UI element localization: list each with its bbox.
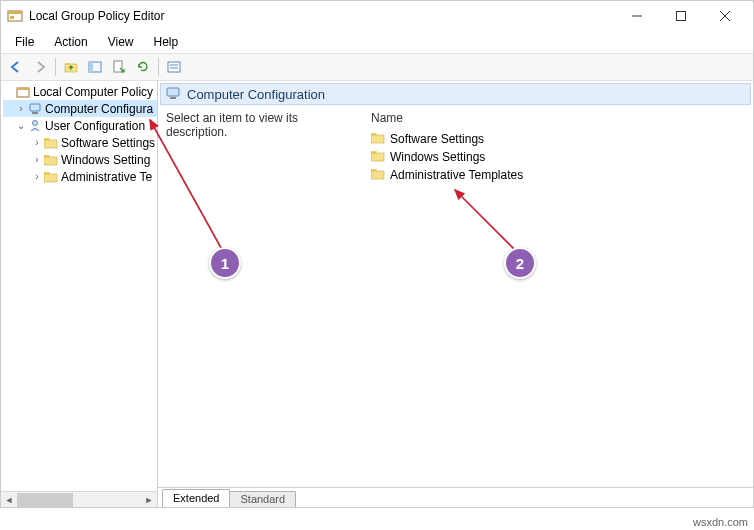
up-button[interactable] xyxy=(60,56,82,78)
tree-software-settings[interactable]: › Software Settings xyxy=(3,134,157,151)
expander-icon[interactable]: › xyxy=(31,154,43,165)
annotation-badge-2: 2 xyxy=(504,247,536,279)
svg-rect-10 xyxy=(89,62,93,72)
tree-label: Windows Setting xyxy=(61,153,150,167)
svg-marker-28 xyxy=(371,133,377,135)
tree-administrative-templates[interactable]: › Administrative Te xyxy=(3,168,157,185)
svg-rect-27 xyxy=(170,97,176,99)
column-header-name[interactable]: Name xyxy=(371,111,745,130)
list-item-label: Windows Settings xyxy=(390,150,485,164)
back-button[interactable] xyxy=(5,56,27,78)
menu-action[interactable]: Action xyxy=(44,33,97,51)
app-icon xyxy=(7,8,23,24)
toolbar-separator xyxy=(55,58,56,76)
toolbar-separator xyxy=(158,58,159,76)
tree-computer-configuration[interactable]: › Computer Configura xyxy=(3,100,157,117)
tree-label: Software Settings xyxy=(61,136,155,150)
folder-icon xyxy=(371,150,387,164)
svg-rect-2 xyxy=(10,16,14,19)
window-frame: Local Group Policy Editor File Action Vi… xyxy=(0,0,754,508)
tree-pane: › Local Computer Policy › Computer Confi… xyxy=(1,81,158,507)
tree-root[interactable]: › Local Computer Policy xyxy=(3,83,157,100)
svg-marker-32 xyxy=(371,169,377,171)
svg-marker-30 xyxy=(371,151,377,153)
window-controls xyxy=(615,1,747,31)
svg-rect-16 xyxy=(17,88,29,90)
svg-point-19 xyxy=(33,120,38,125)
details-header-text: Computer Configuration xyxy=(187,87,325,102)
scroll-thumb[interactable] xyxy=(17,493,73,507)
tree-label: Computer Configura xyxy=(45,102,153,116)
tree-label: User Configuration xyxy=(45,119,145,133)
expander-icon[interactable]: › xyxy=(31,137,43,148)
scroll-right-icon[interactable]: ► xyxy=(141,493,157,507)
details-tabs: Extended Standard xyxy=(158,487,753,507)
list-item-software-settings[interactable]: Software Settings xyxy=(371,130,745,148)
folder-icon xyxy=(43,136,59,150)
body-area: › Local Computer Policy › Computer Confi… xyxy=(1,81,753,507)
tab-standard[interactable]: Standard xyxy=(229,491,296,507)
svg-marker-24 xyxy=(44,172,50,174)
computer-icon xyxy=(165,86,181,102)
tree-label: Administrative Te xyxy=(61,170,152,184)
svg-rect-11 xyxy=(114,61,122,72)
tree-hscrollbar[interactable]: ◄ ► xyxy=(1,491,157,507)
details-header: Computer Configuration xyxy=(160,83,751,105)
toolbar xyxy=(1,53,753,81)
svg-rect-17 xyxy=(30,104,40,111)
menu-view[interactable]: View xyxy=(98,33,144,51)
menu-help[interactable]: Help xyxy=(144,33,189,51)
list-item-administrative-templates[interactable]: Administrative Templates xyxy=(371,166,745,184)
svg-marker-22 xyxy=(44,155,50,157)
details-body: Select an item to view its description. … xyxy=(158,107,753,487)
svg-marker-20 xyxy=(44,138,50,140)
description-text: Select an item to view its description. xyxy=(166,111,298,139)
svg-rect-33 xyxy=(371,171,384,179)
details-pane: Computer Configuration Select an item to… xyxy=(158,81,753,507)
menubar: File Action View Help xyxy=(1,31,753,53)
menu-file[interactable]: File xyxy=(5,33,44,51)
annotation-badge-1: 1 xyxy=(209,247,241,279)
tree: › Local Computer Policy › Computer Confi… xyxy=(1,81,157,185)
description-column: Select an item to view its description. xyxy=(166,111,371,483)
tree-user-configuration[interactable]: ⌄ User Configuration xyxy=(3,117,157,134)
titlebar: Local Group Policy Editor xyxy=(1,1,753,31)
filter-button[interactable] xyxy=(163,56,185,78)
list-column: Name Software Settings Windows Settings … xyxy=(371,111,745,483)
tree-windows-settings[interactable]: › Windows Setting xyxy=(3,151,157,168)
tab-extended[interactable]: Extended xyxy=(162,489,230,507)
forward-button[interactable] xyxy=(29,56,51,78)
show-hide-tree-button[interactable] xyxy=(84,56,106,78)
minimize-button[interactable] xyxy=(615,1,659,31)
list-item-label: Software Settings xyxy=(390,132,484,146)
close-button[interactable] xyxy=(703,1,747,31)
svg-rect-25 xyxy=(44,174,57,182)
export-list-button[interactable] xyxy=(108,56,130,78)
folder-icon xyxy=(371,168,387,182)
list-item-label: Administrative Templates xyxy=(390,168,523,182)
expander-icon[interactable]: › xyxy=(31,171,43,182)
maximize-button[interactable] xyxy=(659,1,703,31)
list-item-windows-settings[interactable]: Windows Settings xyxy=(371,148,745,166)
svg-rect-31 xyxy=(371,153,384,161)
svg-rect-18 xyxy=(32,112,38,114)
expander-icon[interactable]: ⌄ xyxy=(15,120,27,131)
window-title: Local Group Policy Editor xyxy=(29,9,615,23)
svg-rect-4 xyxy=(677,12,686,21)
tree-label: Local Computer Policy xyxy=(33,85,153,99)
svg-rect-23 xyxy=(44,157,57,165)
svg-rect-29 xyxy=(371,135,384,143)
folder-icon xyxy=(43,170,59,184)
refresh-button[interactable] xyxy=(132,56,154,78)
expander-icon[interactable]: › xyxy=(15,103,27,114)
scroll-left-icon[interactable]: ◄ xyxy=(1,493,17,507)
policy-icon xyxy=(15,85,31,99)
folder-icon xyxy=(371,132,387,146)
watermark: wsxdn.com xyxy=(693,516,748,528)
folder-icon xyxy=(43,153,59,167)
svg-rect-21 xyxy=(44,140,57,148)
svg-rect-1 xyxy=(8,11,22,14)
user-icon xyxy=(27,119,43,133)
svg-rect-26 xyxy=(167,88,179,96)
computer-icon xyxy=(27,102,43,116)
